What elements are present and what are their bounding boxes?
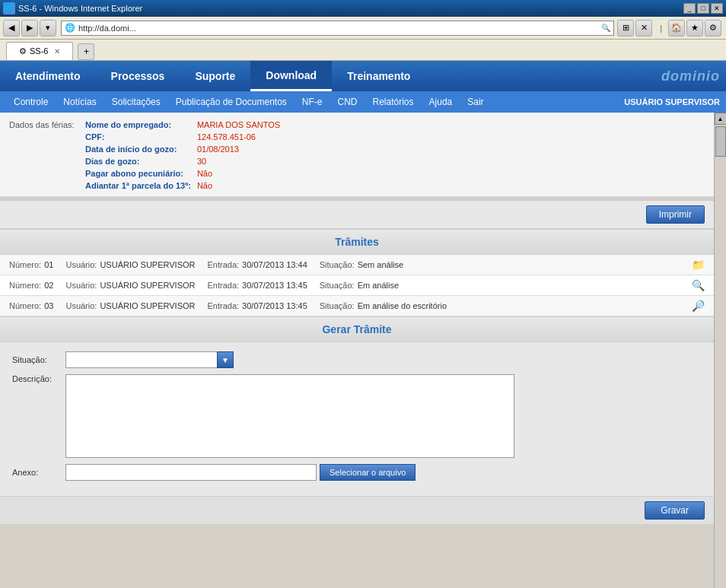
maximize-button[interactable]: □: [697, 3, 709, 14]
nav-processos[interactable]: Processos: [96, 61, 180, 91]
forward-button[interactable]: ▶: [21, 20, 38, 37]
label-cpf: CPF:: [85, 132, 197, 145]
nav-solicitacoes[interactable]: Solicitações: [104, 91, 168, 113]
refresh-icon[interactable]: ⊞: [617, 20, 634, 37]
entrada-value-2: 30/07/2013 13:45: [242, 281, 307, 290]
gerar-tramite-header: Gerar Trâmite: [0, 316, 714, 342]
numero-value-2: 02: [44, 281, 53, 290]
tab-ss6[interactable]: ⚙ SS-6 ✕: [6, 42, 73, 60]
separator: |: [660, 24, 662, 33]
close-button[interactable]: ✕: [711, 3, 723, 14]
window-controls: _ □ ✕: [683, 3, 723, 14]
tramite-row-1: Número: 01 Usuário: USUÁRIO SUPERVISOR E…: [0, 255, 714, 275]
scroll-thumb[interactable]: [715, 126, 726, 157]
situacao-label-2: Situação:: [320, 281, 355, 290]
anexo-input[interactable]: [65, 464, 317, 481]
minimize-button[interactable]: _: [683, 3, 696, 14]
nav-suporte[interactable]: Suporte: [180, 61, 250, 91]
dados-section-label: Dados das férias:: [9, 120, 85, 129]
gerar-tramite-form: Situação: ▼ Descrição: Anexo: Selecionar…: [0, 342, 714, 496]
situacao-control: ▼: [65, 351, 234, 368]
nav-ajuda[interactable]: Ajuda: [422, 91, 460, 113]
numero-label-3: Número:: [9, 301, 41, 310]
nav-download[interactable]: Download: [250, 61, 332, 91]
tramite-icon-3[interactable]: 🔎: [692, 300, 705, 312]
anexo-row: Anexo: Selecionar o arquivo: [12, 464, 702, 481]
home-icon[interactable]: 🏠: [668, 20, 685, 37]
numero-value-1: 01: [44, 260, 53, 269]
dados-row-cpf: CPF: 124.578.451-06: [85, 132, 280, 145]
usuario-value-1: USUÁRIO SUPERVISOR: [100, 260, 195, 269]
imprimir-bar: Imprimir: [0, 200, 714, 229]
situacao-select[interactable]: [65, 351, 218, 368]
user-label: USUÁRIO SUPERVISOR: [624, 97, 720, 106]
nav-noticias[interactable]: Notícias: [56, 91, 103, 113]
tab-icon: ⚙: [19, 46, 27, 56]
tramite-icon-1[interactable]: 📁: [692, 259, 705, 271]
situacao-label-1: Situação:: [320, 260, 355, 269]
nav-sair[interactable]: Sair: [460, 91, 491, 113]
descricao-label: Descrição:: [12, 374, 65, 383]
label-nome: Nome do empregado:: [85, 120, 197, 132]
imprimir-button[interactable]: Imprimir: [646, 205, 705, 224]
entrada-label-3: Entrada:: [208, 301, 240, 310]
main-scroll-area[interactable]: Dados das férias: Nome do empregado: MAR…: [0, 113, 714, 588]
gravar-bar: Gravar: [0, 496, 714, 524]
tramites-header: Trâmites: [0, 229, 714, 255]
descricao-textarea[interactable]: [65, 374, 514, 458]
back-button[interactable]: ◀: [3, 20, 20, 37]
dados-row-parcela: Adiantar 1ª parcela do 13º: Não: [85, 181, 280, 193]
dropdown-button[interactable]: ▾: [40, 20, 56, 37]
new-tab-button[interactable]: +: [78, 43, 94, 60]
dados-table: Nome do empregado: MARIA DOS SANTOS CPF:…: [85, 120, 280, 193]
situacao-row: Situação: ▼: [12, 351, 702, 368]
label-abono: Pagar abono pecuniário:: [85, 169, 197, 181]
nav-cnd[interactable]: CND: [330, 91, 365, 113]
selecionar-button[interactable]: Selecionar o arquivo: [320, 464, 416, 481]
gravar-button[interactable]: Gravar: [645, 501, 705, 520]
tramite-row-3: Número: 03 Usuário: USUÁRIO SUPERVISOR E…: [0, 296, 714, 316]
gerar-tramite-section: Gerar Trâmite Situação: ▼ Descrição:: [0, 316, 714, 524]
dados-row-nome: Nome do empregado: MARIA DOS SANTOS: [85, 120, 280, 132]
entrada-value-3: 30/07/2013 13:45: [242, 301, 307, 310]
usuario-label-1: Usuário:: [65, 260, 97, 269]
value-abono: Não: [197, 169, 280, 181]
tab-close-icon[interactable]: ✕: [54, 47, 60, 56]
nav-relatorios[interactable]: Relatórios: [365, 91, 422, 113]
nav-nfe[interactable]: NF-e: [295, 91, 330, 113]
situacao-value-3: Em análise do escritório: [358, 301, 447, 310]
dados-row-dias: Dias de gozo: 30: [85, 157, 280, 169]
settings-icon[interactable]: ⚙: [705, 20, 721, 37]
stop-button[interactable]: ✕: [635, 20, 652, 37]
nav-atendimento[interactable]: Atendimento: [0, 61, 96, 91]
favorites-icon[interactable]: ★: [686, 20, 703, 37]
anexo-label: Anexo:: [12, 468, 65, 477]
nav-controle[interactable]: Controle: [6, 91, 56, 113]
window-title: SS-6 - Windows Internet Explorer: [18, 4, 683, 13]
entrada-label-1: Entrada:: [208, 260, 240, 269]
address-box[interactable]: 🌐 http://da.domi... 🔍: [61, 21, 614, 36]
value-nome: MARIA DOS SANTOS: [197, 120, 280, 132]
dados-row-data: Data de início do gozo: 01/08/2013: [85, 145, 280, 157]
address-text: http://da.domi...: [78, 24, 601, 33]
situacao-value-1: Sem análise: [358, 260, 404, 269]
value-data: 01/08/2013: [197, 145, 280, 157]
scroll-up-button[interactable]: ▲: [715, 113, 727, 125]
address-bar: ◀ ▶ ▾ 🌐 http://da.domi... 🔍 ⊞ ✕ | 🏠 ★ ⚙: [0, 17, 726, 40]
usuario-value-2: USUÁRIO SUPERVISOR: [100, 281, 195, 290]
label-dias: Dias de gozo:: [85, 157, 197, 169]
value-dias: 30: [197, 157, 280, 169]
tab-bar: ⚙ SS-6 ✕ +: [0, 40, 726, 61]
secondary-navigation: Controle Notícias Solicitações Publicaçã…: [0, 91, 726, 113]
tramite-icon-2[interactable]: 🔍: [692, 279, 705, 291]
nav-publicacao[interactable]: Publicação de Documentos: [168, 91, 295, 113]
usuario-label-3: Usuário:: [65, 301, 97, 310]
window-icon: 🌐: [3, 2, 15, 14]
value-cpf: 124.578.451-06: [197, 132, 280, 145]
nav-treinamento[interactable]: Treinamento: [332, 61, 425, 91]
situacao-label-3: Situação:: [320, 301, 355, 310]
usuario-value-3: USUÁRIO SUPERVISOR: [100, 301, 195, 310]
numero-label-1: Número:: [9, 260, 41, 269]
situacao-arrow[interactable]: ▼: [217, 351, 234, 368]
label-data: Data de início do gozo:: [85, 145, 197, 157]
